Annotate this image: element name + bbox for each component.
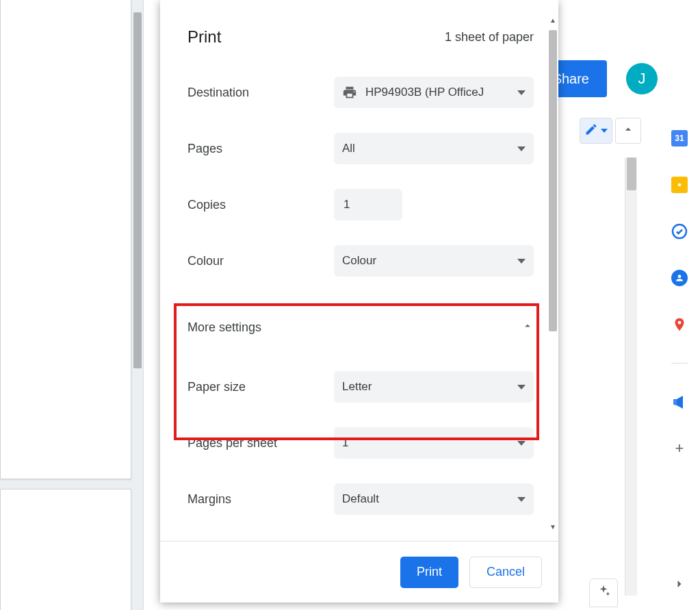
sheet-count: 1 sheet of paper bbox=[445, 30, 534, 45]
caret-down-icon bbox=[517, 497, 526, 502]
more-settings-label: More settings bbox=[187, 320, 261, 335]
caret-down-icon bbox=[517, 441, 526, 446]
tasks-icon[interactable] bbox=[671, 223, 688, 240]
preview-scroll-thumb[interactable] bbox=[133, 12, 142, 368]
campaign-icon[interactable] bbox=[671, 394, 688, 410]
caret-down-icon bbox=[517, 259, 526, 264]
avatar-initial: J bbox=[638, 70, 646, 88]
pages-select[interactable]: All bbox=[334, 133, 534, 164]
destination-select[interactable]: HP94903B (HP OfficeJ bbox=[334, 77, 534, 108]
pages-per-sheet-value: 1 bbox=[342, 436, 348, 450]
svg-point-0 bbox=[678, 183, 682, 187]
keep-icon[interactable] bbox=[671, 177, 688, 193]
print-button[interactable]: Print bbox=[400, 557, 458, 588]
chevron-up-icon bbox=[521, 320, 534, 335]
more-settings-toggle[interactable]: More settings bbox=[187, 314, 534, 341]
plus-icon: + bbox=[675, 440, 684, 457]
explore-button[interactable] bbox=[589, 579, 618, 607]
pages-label: Pages bbox=[187, 142, 334, 156]
printer-icon bbox=[342, 85, 357, 100]
maps-icon[interactable] bbox=[671, 316, 688, 333]
preview-page-2[interactable] bbox=[0, 489, 131, 610]
chevron-up-icon bbox=[621, 123, 635, 139]
contacts-icon[interactable] bbox=[671, 270, 688, 286]
dialog-footer: Print Cancel bbox=[160, 541, 558, 602]
caret-down-icon bbox=[601, 129, 608, 133]
collapse-toolbar-button[interactable] bbox=[615, 118, 641, 144]
print-dialog: Print 1 sheet of paper Destination HP949… bbox=[160, 0, 558, 602]
paper-size-value: Letter bbox=[342, 380, 372, 394]
pencil-icon bbox=[584, 123, 598, 139]
dialog-title: Print bbox=[187, 27, 221, 47]
account-avatar[interactable]: J bbox=[626, 63, 658, 94]
cancel-button[interactable]: Cancel bbox=[469, 557, 542, 588]
calendar-day: 31 bbox=[675, 134, 684, 143]
caret-down-icon bbox=[517, 90, 526, 95]
destination-value: HP94903B (HP OfficeJ bbox=[365, 86, 484, 99]
chevron-right-icon bbox=[673, 577, 686, 594]
get-addons-button[interactable]: + bbox=[671, 440, 688, 457]
colour-select[interactable]: Colour bbox=[334, 245, 534, 277]
scroll-up-arrow[interactable]: ▲ bbox=[549, 15, 557, 25]
side-panel: 31 + bbox=[659, 110, 700, 610]
print-preview-pane bbox=[0, 0, 144, 610]
caret-down-icon bbox=[517, 385, 526, 390]
dialog-scroll-thumb[interactable] bbox=[549, 30, 557, 331]
show-side-panel-button[interactable] bbox=[666, 572, 693, 599]
preview-page-1[interactable] bbox=[0, 0, 131, 479]
side-panel-separator bbox=[671, 363, 688, 364]
copies-label: Copies bbox=[187, 198, 334, 212]
pages-per-sheet-select[interactable]: 1 bbox=[334, 427, 534, 459]
caret-down-icon bbox=[517, 147, 526, 151]
scroll-down-arrow[interactable]: ▼ bbox=[549, 522, 557, 531]
svg-point-2 bbox=[678, 321, 682, 325]
destination-label: Destination bbox=[187, 86, 334, 100]
margins-select[interactable]: Default bbox=[334, 483, 534, 515]
editing-mode-button[interactable] bbox=[580, 118, 612, 144]
colour-label: Colour bbox=[187, 254, 334, 268]
pages-value: All bbox=[342, 142, 355, 155]
print-button-label: Print bbox=[417, 565, 442, 579]
sparkle-icon bbox=[596, 584, 611, 602]
colour-value: Colour bbox=[342, 254, 376, 268]
document-scroll-thumb[interactable] bbox=[627, 157, 636, 190]
preview-scrollbar[interactable] bbox=[132, 7, 143, 603]
pages-per-sheet-label: Pages per sheet bbox=[187, 436, 334, 450]
margins-value: Default bbox=[342, 492, 379, 506]
margins-label: Margins bbox=[187, 492, 334, 507]
copies-input[interactable] bbox=[334, 189, 402, 220]
paper-size-select[interactable]: Letter bbox=[334, 371, 534, 403]
document-scrollbar[interactable] bbox=[625, 157, 637, 596]
calendar-icon[interactable]: 31 bbox=[671, 130, 688, 147]
cancel-button-label: Cancel bbox=[487, 565, 525, 579]
paper-size-label: Paper size bbox=[187, 380, 334, 394]
dialog-scrollbar[interactable]: ▲ ▼ bbox=[547, 8, 558, 533]
